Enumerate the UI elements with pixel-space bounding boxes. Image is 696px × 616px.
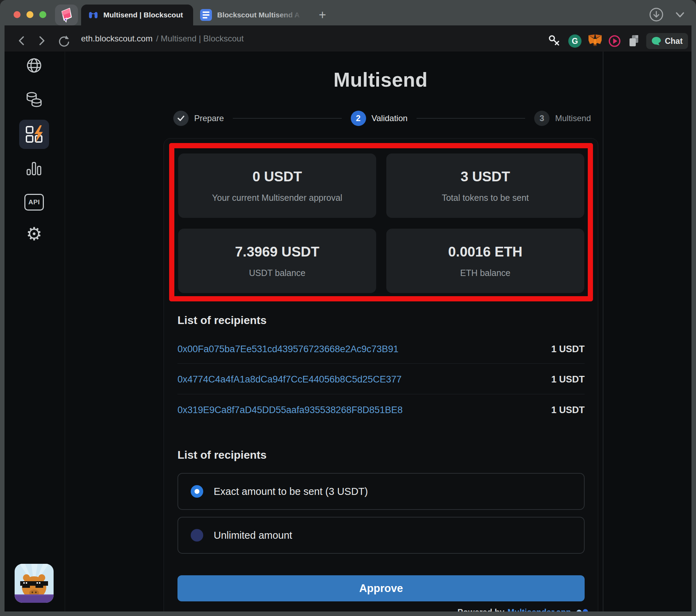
stat-label: Your current Multisender approval bbox=[212, 193, 342, 203]
step-number: 3 bbox=[540, 113, 544, 123]
api-icon: API bbox=[28, 198, 40, 206]
sidebar-item-stats[interactable] bbox=[26, 160, 42, 176]
metamask-extension-button[interactable] bbox=[588, 34, 602, 48]
recipient-address-link[interactable]: 0x319E9Ca8f7aD45DD55aafa935538268F8D851B… bbox=[177, 405, 403, 416]
sidebar-item-tokens[interactable] bbox=[25, 90, 43, 109]
close-window-button[interactable] bbox=[14, 11, 21, 18]
option-label: Unlimited amount bbox=[214, 530, 292, 541]
chevron-right-icon bbox=[35, 34, 47, 47]
window-frame-right bbox=[691, 25, 696, 616]
radio-unselected-icon[interactable] bbox=[191, 529, 203, 542]
option-label: Exact amount to be sent (3 USDT) bbox=[214, 486, 368, 497]
sidebar-item-settings[interactable]: ⚙ bbox=[23, 225, 45, 243]
clipboard-extension-button[interactable] bbox=[628, 34, 641, 48]
window-menu-chevron[interactable] bbox=[673, 10, 687, 20]
coins-icon bbox=[25, 90, 43, 109]
recipients-heading: List of recipients bbox=[177, 314, 267, 327]
sidebar-item-api[interactable]: API bbox=[24, 194, 44, 211]
stat-label: ETH balance bbox=[460, 268, 511, 278]
sidebar-divider bbox=[65, 52, 65, 611]
tab-title: Multisend | Blockscout bbox=[103, 11, 183, 19]
recipient-row: 0x4774C4a4fA1a8dCa94f7CcE44056b8C5d25CE3… bbox=[177, 372, 585, 386]
step-active-circle: 2 bbox=[351, 111, 366, 126]
radio-selected-icon[interactable] bbox=[191, 485, 203, 498]
stepper-step-multisend: 3 Multisend bbox=[534, 111, 591, 126]
back-button[interactable] bbox=[16, 34, 28, 47]
stat-label: Total tokens to be sent bbox=[442, 193, 529, 203]
scrollbar-track[interactable] bbox=[603, 52, 603, 611]
window-frame-left bbox=[0, 25, 5, 616]
approve-button[interactable]: Approve bbox=[177, 575, 585, 601]
recipient-amount: 1 USDT bbox=[551, 405, 585, 416]
stat-label: USDT balance bbox=[249, 268, 305, 278]
approve-button-label: Approve bbox=[359, 582, 403, 595]
grammarly-icon: G bbox=[572, 37, 578, 46]
step-upcoming-circle: 3 bbox=[534, 111, 549, 126]
sidebar-item-apps-active[interactable] bbox=[19, 120, 49, 149]
chevron-down-icon bbox=[673, 10, 687, 20]
page-title: Multisend bbox=[164, 68, 598, 91]
stat-card-total-tokens: 3 USDT Total tokens to be sent bbox=[386, 153, 584, 218]
fox-icon bbox=[588, 34, 602, 48]
tab-fade-overlay bbox=[275, 6, 317, 24]
password-manager-extension-button[interactable] bbox=[548, 34, 561, 48]
play-circle-icon bbox=[608, 34, 621, 48]
stat-value: 3 USDT bbox=[460, 169, 510, 184]
recipient-address-link[interactable]: 0x4774C4a4fA1a8dCa94f7CcE44056b8C5d25CE3… bbox=[177, 374, 402, 385]
video-extension-button[interactable] bbox=[608, 34, 621, 48]
new-tab-button[interactable]: + bbox=[319, 8, 326, 22]
downloads-button[interactable] bbox=[648, 6, 665, 23]
address-bar[interactable]: eth.blockscout.com / Multisend | Blocksc… bbox=[81, 25, 244, 52]
copy-documents-icon bbox=[628, 34, 641, 48]
window-frame-bottom bbox=[0, 611, 696, 616]
grammarly-extension-button[interactable]: G bbox=[568, 34, 582, 48]
document-favicon-icon bbox=[200, 9, 212, 21]
step-label: Multisend bbox=[555, 113, 591, 123]
options-heading: List of recipients bbox=[177, 449, 267, 461]
stat-value: 0.0016 ETH bbox=[448, 244, 522, 260]
row-divider bbox=[177, 363, 585, 364]
gear-icon: ⚙ bbox=[26, 224, 42, 244]
url-page-title: / Multisend | Blockscout bbox=[156, 34, 244, 44]
reload-button[interactable] bbox=[57, 34, 71, 48]
key-icon bbox=[548, 34, 561, 48]
stat-card-eth-balance: 0.0016 ETH ETH balance bbox=[386, 229, 584, 293]
recipient-amount: 1 USDT bbox=[551, 344, 585, 355]
stat-value: 0 USDT bbox=[252, 169, 302, 184]
maximize-window-button[interactable] bbox=[39, 11, 46, 18]
capybara-avatar-icon bbox=[15, 564, 54, 603]
browser-window: Multisend | Blockscout Blockscout Multis… bbox=[0, 0, 696, 616]
pinned-tab-logo-icon bbox=[60, 7, 73, 23]
stepper-connector bbox=[233, 118, 341, 119]
stepper: Prepare 2 Validation 3 Multisend bbox=[173, 110, 591, 127]
step-label: Validation bbox=[372, 113, 408, 123]
stepper-step-validation: 2 Validation bbox=[351, 111, 408, 126]
step-number: 2 bbox=[356, 113, 361, 123]
stat-value: 7.3969 USDT bbox=[235, 244, 319, 260]
reload-icon bbox=[57, 34, 71, 48]
bar-chart-icon bbox=[26, 160, 42, 176]
step-label: Prepare bbox=[194, 113, 224, 123]
chat-bubble-icon bbox=[651, 37, 661, 46]
stat-card-usdt-balance: 7.3969 USDT USDT balance bbox=[178, 229, 376, 293]
chat-button[interactable]: Chat bbox=[646, 33, 688, 49]
checkmark-icon bbox=[177, 114, 185, 123]
sidebar-item-network[interactable] bbox=[26, 57, 42, 74]
option-exact-amount[interactable]: Exact amount to be sent (3 USDT) bbox=[177, 473, 585, 510]
option-unlimited-amount[interactable]: Unlimited amount bbox=[177, 517, 585, 554]
recipient-amount: 1 USDT bbox=[551, 374, 585, 385]
row-divider bbox=[177, 394, 585, 394]
tab-multisend-blockscout[interactable]: Multisend | Blockscout bbox=[81, 5, 193, 25]
recipient-address-link[interactable]: 0x00Fa075ba7Ee531cd439576723668e2Ac9c73B… bbox=[177, 344, 398, 355]
stepper-connector bbox=[417, 118, 525, 119]
url-host: eth.blockscout.com bbox=[81, 34, 152, 44]
stat-card-approval: 0 USDT Your current Multisender approval bbox=[178, 153, 376, 218]
forward-button[interactable] bbox=[35, 34, 47, 47]
pinned-tab[interactable] bbox=[55, 5, 78, 25]
minimize-window-button[interactable] bbox=[26, 11, 33, 18]
chevron-left-icon bbox=[16, 34, 28, 47]
stepper-step-prepare: Prepare bbox=[173, 111, 224, 126]
user-avatar[interactable] bbox=[15, 564, 54, 603]
blockscout-favicon-icon bbox=[88, 10, 98, 20]
apps-grid-bolt-icon bbox=[25, 125, 44, 144]
